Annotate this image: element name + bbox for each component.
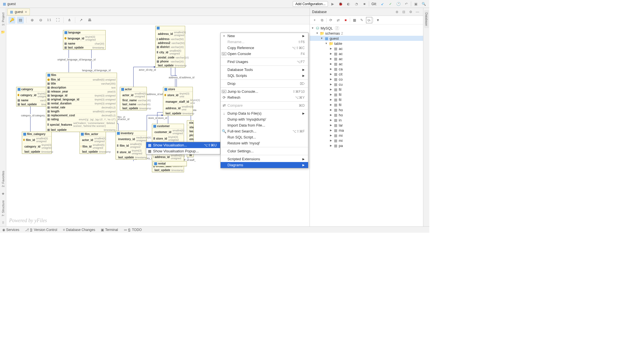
menu-fulltext-search[interactable]: 🔍Full-text Search...⌥⇧⌘F bbox=[221, 128, 308, 134]
history-icon[interactable]: 🕐 bbox=[395, 1, 402, 7]
run-icon[interactable]: ▶ bbox=[329, 1, 336, 7]
tree-table-item[interactable]: ▶▦ac bbox=[310, 61, 423, 66]
entity-rental[interactable]: rental bbox=[153, 161, 187, 166]
entity-[interactable]: address_idsmallint(5) unsignedaddressvar… bbox=[155, 26, 185, 68]
entity-inventory[interactable]: inventoryinventory_idmediumint(8) unsign… bbox=[116, 131, 147, 159]
entity-store[interactable]: storestore_idtinyint(3) unsimanager_staf… bbox=[163, 87, 193, 115]
debug-icon[interactable]: 🐞 bbox=[337, 1, 344, 7]
show-visualisation-popup-item[interactable]: ▦ Show Visualisation Popup... bbox=[146, 148, 220, 154]
filter-button[interactable]: ▼ bbox=[375, 17, 381, 23]
menu-rename[interactable]: Rename...⇧F6 bbox=[221, 39, 308, 45]
tree-table-item[interactable]: ▶▦ho bbox=[310, 112, 423, 117]
target-icon[interactable]: ⊕ bbox=[394, 9, 400, 15]
tree-table-item[interactable]: ▶▦ho bbox=[310, 107, 423, 112]
scroll-icon[interactable]: ⊟ bbox=[400, 9, 407, 15]
database-tree[interactable]: ▼⛁MySQL2▼📁schemas 2▼▦guest▼📁table▶▦ac▶▦a… bbox=[310, 24, 423, 226]
add-configuration-button[interactable]: Add Configuration... bbox=[293, 1, 328, 7]
tree-table-item[interactable]: ▶▦co bbox=[310, 77, 423, 82]
search-everywhere-icon[interactable]: 🔍 bbox=[420, 1, 427, 7]
minimize-icon[interactable]: — bbox=[414, 9, 421, 15]
menu-drop[interactable]: Drop⌦ bbox=[221, 81, 308, 87]
refresh-button[interactable]: ⟳ bbox=[328, 17, 334, 23]
zoom-out-button[interactable]: ⊖ bbox=[37, 17, 44, 24]
menu-jump-to-console[interactable]: QLJump to Console...⇧⌘F10 bbox=[221, 89, 308, 94]
menu-sql-scripts[interactable]: SQL Scripts▶ bbox=[221, 73, 308, 79]
menu-restore-mysql[interactable]: Restore with 'mysql' bbox=[221, 140, 308, 146]
menu-refresh[interactable]: ⟳Refresh⌥⌘Y bbox=[221, 94, 308, 100]
tree-table-item[interactable]: ▶▦ca bbox=[310, 66, 423, 72]
profile-icon[interactable]: ◔ bbox=[353, 1, 360, 7]
menu-copy-reference[interactable]: Copy Reference⌥⇧⌘C bbox=[221, 45, 308, 51]
all-columns-button[interactable]: ▤ bbox=[17, 17, 24, 24]
git-commit-icon[interactable]: ✓ bbox=[387, 1, 394, 7]
settings-icon[interactable]: ⚙ bbox=[407, 9, 414, 15]
zoom-reset-button[interactable]: 1:1 bbox=[46, 17, 53, 24]
show-visualisation-item[interactable]: ▦ Show Visualisation... ⌥⇧⌘U bbox=[146, 142, 220, 148]
git-update-icon[interactable]: ↙ bbox=[379, 1, 386, 7]
new-datasource-button[interactable]: + bbox=[311, 17, 318, 23]
tree-table-item[interactable]: ▶▦lar bbox=[310, 123, 423, 128]
key-columns-button[interactable]: 🔑 bbox=[9, 17, 15, 24]
export-button[interactable]: ↗ bbox=[78, 17, 84, 24]
tree-table-item[interactable]: ▶▦ac bbox=[310, 51, 423, 56]
menu-scripted-extensions[interactable]: Scripted Extensions▶ bbox=[221, 156, 308, 162]
tree-table-item[interactable]: ▶▦ac bbox=[310, 46, 423, 51]
zoom-in-button[interactable]: ⊕ bbox=[29, 17, 35, 24]
tree-root[interactable]: ▼⛁MySQL2 bbox=[310, 26, 423, 31]
favorites-tab[interactable]: 2: Favorites bbox=[1, 169, 5, 189]
structure-tab[interactable]: 7: Structure bbox=[1, 198, 5, 219]
menu-color-settings[interactable]: Color Settings... bbox=[221, 148, 308, 154]
menu-new[interactable]: +New▶ bbox=[221, 33, 308, 39]
menu-compare[interactable]: ⇄Compare⌘D bbox=[221, 102, 308, 108]
tree-schemas[interactable]: ▼📁schemas 2 bbox=[310, 31, 423, 36]
coverage-icon[interactable]: ◐ bbox=[345, 1, 352, 7]
tree-table-item[interactable]: ▶▦fil bbox=[310, 102, 423, 107]
tree-guest[interactable]: ▼▦guest bbox=[310, 36, 423, 41]
tree-table-item[interactable]: ▶▦fil bbox=[310, 87, 423, 92]
menu-import-data-from-file[interactable]: Import Data from File... bbox=[221, 122, 308, 128]
vcs-button[interactable]: ⎇9: Version Control bbox=[25, 228, 57, 232]
tree-table-item[interactable]: ▶▦cu bbox=[310, 82, 423, 87]
fit-button[interactable]: ⛶ bbox=[54, 17, 61, 24]
edit-button[interactable]: ✎ bbox=[359, 17, 365, 23]
menu-find-usages[interactable]: Find Usages⌥F7 bbox=[221, 59, 308, 65]
close-icon[interactable]: × bbox=[25, 10, 27, 14]
tree-table-item[interactable]: ▶▦pa bbox=[310, 143, 423, 148]
project-tab[interactable]: 1: Project bbox=[1, 10, 5, 28]
services-button[interactable]: ◉Services bbox=[2, 228, 19, 232]
tree-table-item[interactable]: ▶▦cit bbox=[310, 72, 423, 77]
entity-actor[interactable]: actoractor_idsmallint(5) unsignedfirst_n… bbox=[120, 87, 147, 110]
tree-table-item[interactable]: ▶▦mi bbox=[310, 133, 423, 138]
menu-open-console[interactable]: QLOpen ConsoleF4 bbox=[221, 51, 308, 57]
editor-tab-guest[interactable]: ▦ guest × bbox=[7, 9, 30, 15]
tree-table-item[interactable]: ▶▦fil bbox=[310, 97, 423, 102]
diagrams-submenu[interactable]: ▦ Show Visualisation... ⌥⇧⌘U ▦ Show Visu… bbox=[146, 142, 220, 154]
ide-scripting-icon[interactable]: ▣ bbox=[412, 1, 419, 7]
menu-database-tools[interactable]: Database Tools▶ bbox=[221, 67, 308, 73]
database-tab[interactable]: Database bbox=[424, 10, 429, 28]
menu-run-sql-script[interactable]: Run SQL Script... bbox=[221, 134, 308, 140]
context-menu[interactable]: +New▶Rename...⇧F6Copy Reference⌥⇧⌘CQLOpe… bbox=[220, 33, 308, 168]
tree-table-item[interactable]: ▶▦mi bbox=[310, 138, 423, 143]
console-button[interactable]: QL bbox=[366, 17, 372, 23]
revert-icon[interactable]: ↶ bbox=[403, 1, 410, 7]
layout-button[interactable]: ⋔ bbox=[66, 17, 73, 24]
duplicate-button[interactable]: ⧉ bbox=[319, 17, 325, 23]
terminal-button[interactable]: ▣Terminal bbox=[101, 228, 118, 232]
entity-film_actor[interactable]: film_actoractor_idsmallint(5) unsignedfi… bbox=[80, 132, 106, 154]
tree-table-item[interactable]: ▶▦in bbox=[310, 117, 423, 123]
menu-dump-mysqldump[interactable]: Dump with 'mysqldump' bbox=[221, 116, 308, 122]
menu-dump-data-to-files[interactable]: ↓Dump Data to File(s)▶ bbox=[221, 110, 308, 116]
print-button[interactable]: 🖶 bbox=[86, 17, 93, 24]
stop-icon[interactable]: ■ bbox=[361, 1, 368, 7]
db-changes-button[interactable]: ≡Database Changes bbox=[63, 228, 95, 232]
menu-diagrams[interactable]: Diagrams▶ bbox=[221, 162, 308, 168]
stop-button[interactable]: ■ bbox=[342, 17, 349, 23]
table-button[interactable]: ▦ bbox=[351, 17, 357, 23]
todo-button[interactable]: ≔6: TODO bbox=[124, 228, 142, 232]
entity-language[interactable]: languagelanguage_idtinyint(3) unsignedna… bbox=[63, 30, 106, 50]
tree-tables[interactable]: ▼📁table bbox=[310, 41, 423, 46]
tree-table-item[interactable]: ▶▦ma bbox=[310, 128, 423, 133]
tree-table-item[interactable]: ▶▦fil bbox=[310, 92, 423, 97]
tree-table-item[interactable]: ▶▦ac bbox=[310, 56, 423, 61]
